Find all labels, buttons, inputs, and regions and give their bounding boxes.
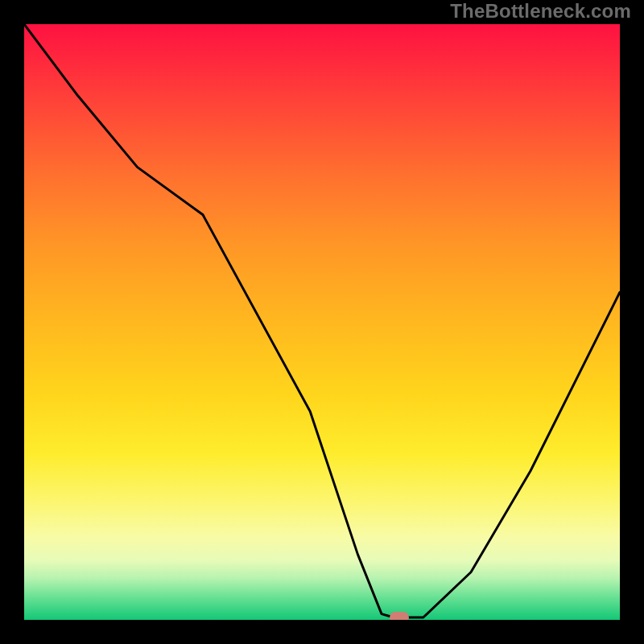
attribution-label: TheBottleneck.com: [450, 0, 631, 23]
plot-area: [24, 24, 620, 620]
curve-svg: [24, 24, 620, 620]
chart-frame: TheBottleneck.com: [0, 0, 644, 644]
optimal-marker: [390, 612, 409, 620]
bottleneck-curve: [24, 24, 620, 617]
